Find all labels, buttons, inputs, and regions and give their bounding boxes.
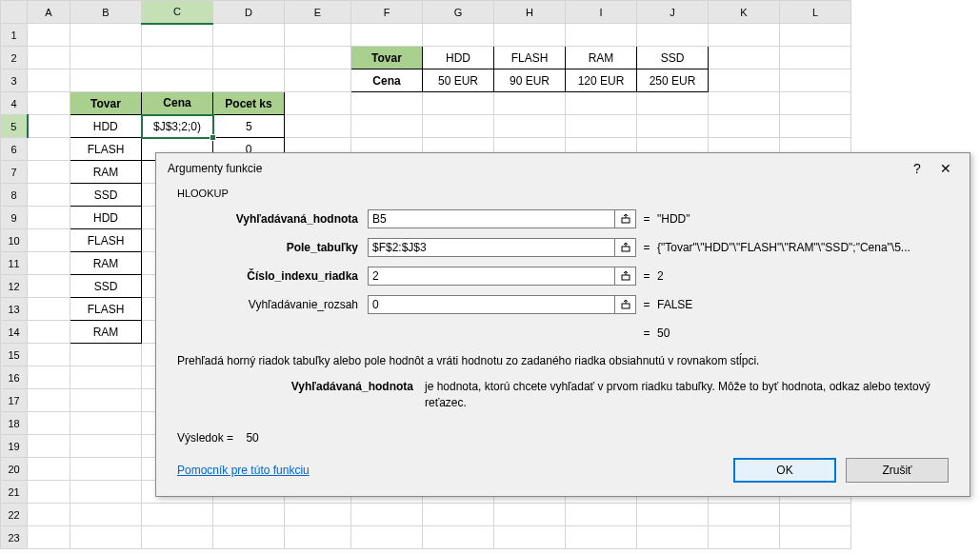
cell-B8[interactable]: SSD (70, 184, 142, 207)
cell-F4[interactable] (351, 92, 423, 115)
cell-C22[interactable] (142, 504, 213, 526)
col-header-I[interactable]: I (566, 1, 637, 24)
cell-K4[interactable] (709, 92, 780, 115)
arg-input-2[interactable] (368, 267, 615, 286)
cell-J23[interactable] (637, 526, 709, 549)
cell-C4[interactable]: Cena (142, 92, 213, 115)
row-header-21[interactable]: 21 (1, 481, 28, 504)
cell-B5[interactable]: HDD (70, 115, 142, 138)
cell-K5[interactable] (709, 115, 780, 138)
cell-A15[interactable] (28, 344, 70, 366)
row-header-5[interactable]: 5 (1, 115, 28, 138)
cell-E5[interactable] (285, 115, 351, 138)
cell-A12[interactable] (28, 275, 70, 298)
cell-G4[interactable] (423, 92, 494, 115)
cell-A1[interactable] (28, 24, 70, 47)
cell-A10[interactable] (28, 229, 70, 252)
cell-J3[interactable]: 250 EUR (637, 69, 709, 92)
cell-J4[interactable] (637, 92, 709, 115)
cell-L23[interactable] (780, 526, 851, 549)
cell-A22[interactable] (28, 504, 70, 526)
fill-handle[interactable] (210, 134, 216, 141)
cell-A14[interactable] (28, 321, 70, 344)
cell-B17[interactable] (70, 389, 142, 412)
cell-A4[interactable] (28, 92, 70, 115)
cancel-button[interactable]: Zrušiť (846, 458, 949, 483)
help-icon[interactable]: ? (903, 161, 931, 176)
cell-G1[interactable] (423, 24, 494, 47)
cell-B19[interactable] (70, 435, 142, 458)
col-header-G[interactable]: G (423, 1, 494, 24)
cell-I22[interactable] (566, 504, 637, 526)
cell-D2[interactable] (213, 47, 285, 69)
cell-B14[interactable]: RAM (70, 321, 142, 344)
cell-E2[interactable] (285, 47, 351, 69)
cell-F5[interactable] (351, 115, 423, 138)
range-selector-icon[interactable] (615, 267, 636, 286)
cell-I5[interactable] (566, 115, 637, 138)
cell-A18[interactable] (28, 412, 70, 435)
cell-A17[interactable] (28, 389, 70, 412)
row-header-1[interactable]: 1 (1, 24, 28, 47)
cell-K22[interactable] (709, 504, 780, 526)
row-header-4[interactable]: 4 (1, 92, 28, 115)
cell-A7[interactable] (28, 161, 70, 184)
cell-C5[interactable]: $J$3;2;0) (142, 115, 213, 138)
cell-L1[interactable] (780, 24, 851, 47)
cell-H2[interactable]: FLASH (494, 47, 566, 69)
cell-A11[interactable] (28, 252, 70, 275)
cell-E4[interactable] (285, 92, 351, 115)
arg-input-1[interactable] (368, 238, 615, 257)
cell-F3[interactable]: Cena (351, 69, 423, 92)
cell-F23[interactable] (351, 526, 423, 549)
row-header-20[interactable]: 20 (1, 458, 28, 481)
row-header-8[interactable]: 8 (1, 184, 28, 207)
row-header-16[interactable]: 16 (1, 366, 28, 389)
cell-A20[interactable] (28, 458, 70, 481)
cell-L2[interactable] (780, 47, 851, 69)
cell-B15[interactable] (70, 344, 142, 366)
cell-A9[interactable] (28, 207, 70, 229)
cell-B16[interactable] (70, 366, 142, 389)
cell-G5[interactable] (423, 115, 494, 138)
cell-L22[interactable] (780, 504, 851, 526)
dialog-titlebar[interactable]: Argumenty funkcie ? ✕ (156, 153, 970, 184)
row-header-6[interactable]: 6 (1, 138, 28, 161)
cell-G3[interactable]: 50 EUR (423, 69, 494, 92)
cell-I23[interactable] (566, 526, 637, 549)
cell-D23[interactable] (213, 526, 285, 549)
row-header-3[interactable]: 3 (1, 69, 28, 92)
row-header-12[interactable]: 12 (1, 275, 28, 298)
cell-I2[interactable]: RAM (566, 47, 637, 69)
cell-L4[interactable] (780, 92, 851, 115)
range-selector-icon[interactable] (615, 238, 636, 257)
cell-A23[interactable] (28, 526, 70, 549)
row-header-17[interactable]: 17 (1, 389, 28, 412)
select-all-corner[interactable] (1, 1, 28, 24)
row-header-15[interactable]: 15 (1, 344, 28, 366)
cell-B2[interactable] (70, 47, 142, 69)
cell-K3[interactable] (709, 69, 780, 92)
range-selector-icon[interactable] (615, 295, 636, 314)
cell-B22[interactable] (70, 504, 142, 526)
close-icon[interactable]: ✕ (931, 161, 960, 176)
cell-C1[interactable] (142, 24, 213, 47)
cell-E3[interactable] (285, 69, 351, 92)
cell-C23[interactable] (142, 526, 213, 549)
cell-B4[interactable]: Tovar (70, 92, 142, 115)
row-header-13[interactable]: 13 (1, 298, 28, 321)
cell-B9[interactable]: HDD (70, 207, 142, 229)
range-selector-icon[interactable] (615, 209, 636, 228)
cell-A8[interactable] (28, 184, 70, 207)
row-header-23[interactable]: 23 (1, 526, 28, 549)
cell-I4[interactable] (566, 92, 637, 115)
cell-J5[interactable] (637, 115, 709, 138)
cell-J2[interactable]: SSD (637, 47, 709, 69)
cell-B21[interactable] (70, 481, 142, 504)
cell-F1[interactable] (351, 24, 423, 47)
cell-K1[interactable] (709, 24, 780, 47)
cell-B20[interactable] (70, 458, 142, 481)
row-header-14[interactable]: 14 (1, 321, 28, 344)
cell-E23[interactable] (285, 526, 351, 549)
cell-A19[interactable] (28, 435, 70, 458)
